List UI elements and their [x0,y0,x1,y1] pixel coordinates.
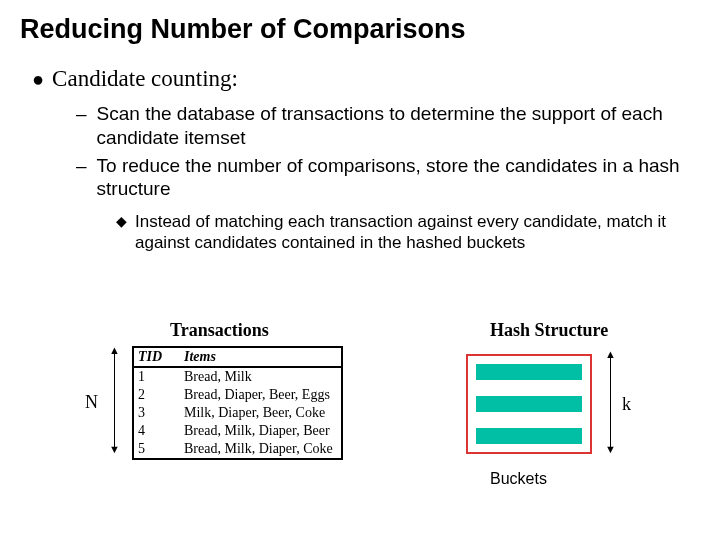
cell-items: Bread, Milk [180,367,342,386]
arrow-line [114,350,115,450]
table-row: 4 Bread, Milk, Diaper, Beer [133,422,342,440]
hash-bucket [476,396,582,412]
hash-bucket [476,428,582,444]
th-tid: TID [133,347,180,367]
hash-structure-label: Hash Structure [490,320,608,341]
l3-row: ◆ Instead of matching each transaction a… [116,211,700,254]
n-arrow: ▲ ▼ N [90,350,110,450]
table-row: 3 Milk, Diaper, Beer, Coke [133,404,342,422]
bullet1-text: Candidate counting: [52,63,238,94]
cell-items: Milk, Diaper, Beer, Coke [180,404,342,422]
arrowhead-down-icon: ▼ [109,444,120,455]
disc-bullet-icon: ● [32,69,44,89]
cell-items: Bread, Milk, Diaper, Coke [180,440,342,459]
sub3-text: Instead of matching each transaction aga… [135,211,700,254]
transactions-label: Transactions [170,320,269,341]
cell-items: Bread, Diaper, Beer, Eggs [180,386,342,404]
transactions-table: TID Items 1 Bread, Milk 2 Bread, Diaper,… [132,346,343,460]
arrow-line [610,354,611,450]
table-row: 2 Bread, Diaper, Beer, Eggs [133,386,342,404]
dash-icon: – [76,102,87,150]
hash-bucket [476,364,582,380]
arrowhead-down-icon: ▼ [605,444,616,455]
buckets-label: Buckets [490,470,547,488]
cell-items: Bread, Milk, Diaper, Beer [180,422,342,440]
table-row: 5 Bread, Milk, Diaper, Coke [133,440,342,459]
cell-tid: 1 [133,367,180,386]
cell-tid: 4 [133,422,180,440]
table-row: 1 Bread, Milk [133,367,342,386]
dash-row: – Scan the database of transactions to d… [76,102,700,150]
n-label: N [85,392,98,413]
bullet-row: ● Candidate counting: [32,63,700,94]
slide-title: Reducing Number of Comparisons [20,14,700,45]
k-label: k [622,394,631,415]
k-arrow: ▲ ▼ k [600,354,644,450]
cell-tid: 2 [133,386,180,404]
dash-row: – To reduce the number of comparisons, s… [76,154,700,202]
diamond-icon: ◆ [116,213,127,256]
sub1-text: Scan the database of transactions to det… [97,102,700,150]
figure-region: Transactions Hash Structure ▲ ▼ N TID It… [90,320,650,510]
dash-icon: – [76,154,87,202]
th-items: Items [180,347,342,367]
sub2-text: To reduce the number of comparisons, sto… [97,154,700,202]
cell-tid: 5 [133,440,180,459]
hash-structure-box [466,354,592,454]
cell-tid: 3 [133,404,180,422]
